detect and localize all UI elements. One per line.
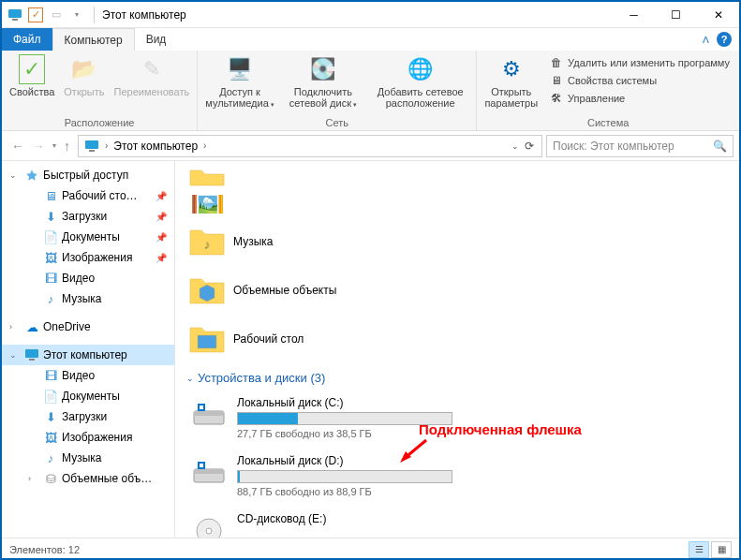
chevron-down-icon[interactable]: ⌄ [9, 170, 21, 180]
sidebar-quick-item[interactable]: 🖼Изображения📌 [2, 247, 174, 268]
pc-icon [84, 140, 99, 153]
chevron-right-icon[interactable]: › [9, 322, 21, 332]
downloads-icon: ⬇ [43, 209, 58, 224]
sidebar-quick-item[interactable]: ⬇Загрузки📌 [2, 206, 174, 227]
sidebar-quick-item[interactable]: 🖥Рабочий сто…📌 [2, 185, 174, 206]
downloads-icon: ⬇ [43, 409, 58, 424]
sidebar-thispc-item[interactable]: ⬇Загрузки [2, 406, 174, 427]
svg-rect-2 [85, 140, 98, 149]
search-icon: 🔍 [713, 140, 727, 153]
sidebar-quick-item[interactable]: 📄Документы📌 [2, 227, 174, 247]
folder-music[interactable]: ♪ Музыка [185, 219, 456, 264]
svg-point-18 [206, 528, 212, 534]
nav-up-button[interactable]: ↑ [64, 139, 70, 154]
folder-item[interactable] [185, 167, 456, 189]
qat-dropdown-icon[interactable]: ▾ [69, 7, 84, 22]
desktop-icon: 🖥 [43, 188, 58, 203]
nav-recent-button[interactable]: ▾ [52, 141, 56, 150]
collapse-ribbon-icon[interactable]: ᐱ [703, 35, 709, 45]
view-icons-button[interactable]: ▦ [711, 541, 732, 558]
sidebar-thispc-item[interactable]: 🖼Изображения [2, 427, 174, 448]
chevron-right-icon[interactable]: › [201, 140, 208, 151]
map-drive-button[interactable]: 💽 Подключить сетевой диск▾ [280, 52, 366, 111]
sidebar-thispc-item[interactable]: 📄Документы [2, 386, 174, 406]
sidebar-onedrive[interactable]: › ☁ OneDrive [2, 317, 174, 337]
video-icon: 🎞 [43, 271, 58, 286]
breadcrumb-dropdown-icon[interactable]: ⌄ [511, 141, 519, 151]
system-properties-button[interactable]: 🖥Свойства системы [545, 72, 734, 89]
rename-button[interactable]: ✎ Переименовать [111, 52, 194, 99]
chevron-down-icon: ⌄ [186, 374, 194, 383]
pictures-icon: 🖼 [43, 430, 58, 445]
drive-item[interactable]: Локальный диск (D:)88,7 ГБ свободно из 8… [185, 449, 456, 503]
chevron-right-icon[interactable]: › [103, 140, 110, 151]
drive-icon [188, 512, 230, 538]
drive-icon [188, 396, 230, 434]
music-icon: ♪ [43, 450, 58, 465]
pin-icon: 📌 [156, 191, 167, 201]
sidebar-quick-access[interactable]: ⌄ Быстрый доступ [2, 165, 174, 185]
svg-rect-10 [194, 411, 224, 416]
documents-icon: 📄 [43, 229, 58, 244]
tab-computer[interactable]: Компьютер [52, 28, 135, 51]
search-input[interactable]: Поиск: Этот компьютер 🔍 [546, 135, 734, 157]
nav-back-button[interactable]: ← [11, 139, 24, 154]
titlebar: ✓ ▭ ▾ Этот компьютер ─ ☐ ✕ [2, 2, 739, 28]
refresh-icon[interactable]: ⟳ [525, 140, 534, 153]
quick-access-toolbar: ✓ ▭ ▾ [2, 7, 90, 22]
pc-icon [7, 7, 22, 22]
documents-icon: 📄 [43, 389, 58, 404]
drive-item[interactable]: CD-дисковод (E:) [185, 507, 456, 538]
svg-rect-0 [8, 9, 22, 18]
music-icon: ♪ [43, 291, 58, 306]
folder-desktop[interactable]: Рабочий стол [185, 317, 456, 361]
address-bar: ← → ▾ ↑ › Этот компьютер › ⌄ ⟳ Поиск: Эт… [2, 131, 739, 161]
pc-icon [24, 347, 39, 362]
sidebar-quick-item[interactable]: ♪Музыка [2, 288, 174, 309]
sidebar-thispc-item[interactable]: 🎞Видео [2, 365, 174, 386]
close-button[interactable]: ✕ [697, 2, 739, 28]
ribbon: ✓ Свойства 📂 Открыть ✎ Переименовать Рас… [2, 51, 739, 131]
chevron-down-icon[interactable]: ⌄ [9, 350, 21, 360]
add-network-location-button[interactable]: 🌐 Добавить сетевое расположение [368, 52, 472, 111]
sidebar-thispc-item[interactable]: ›⛁Объемные объ… [2, 468, 174, 489]
open-settings-button[interactable]: ⚙ Открыть параметры [481, 52, 541, 111]
content-pane: 🖼️ ♪ Музыка Объемные объекты Рабочий сто… [175, 161, 739, 538]
drive-icon [188, 454, 230, 492]
svg-rect-16 [200, 464, 203, 467]
uninstall-program-button[interactable]: 🗑Удалить или изменить программу [545, 54, 734, 71]
window-title: Этот компьютер [102, 8, 186, 22]
pin-icon: 📌 [156, 253, 167, 263]
pictures-folder-icon: 🖼️ [188, 195, 226, 214]
cloud-icon: ☁ [24, 319, 39, 334]
svg-rect-14 [194, 469, 224, 474]
tab-view[interactable]: Вид [135, 28, 178, 51]
breadcrumb[interactable]: › Этот компьютер › ⌄ ⟳ [78, 135, 542, 157]
properties-button[interactable]: ✓ Свойства [6, 52, 58, 99]
new-folder-icon[interactable]: ▭ [49, 7, 64, 22]
open-button[interactable]: 📂 Открыть [60, 52, 108, 99]
svg-rect-1 [12, 19, 18, 21]
pictures-icon: 🖼 [43, 250, 58, 265]
nav-forward-button[interactable]: → [32, 139, 45, 154]
minimize-button[interactable]: ─ [613, 2, 655, 28]
svg-text:♪: ♪ [204, 237, 211, 252]
help-icon[interactable]: ? [717, 32, 732, 47]
video-icon: 🎞 [43, 368, 58, 383]
svg-rect-12 [200, 405, 203, 409]
sidebar-thispc-item[interactable]: ♪Музыка [2, 448, 174, 468]
manage-button[interactable]: 🛠Управление [545, 90, 734, 107]
sidebar-this-pc[interactable]: ⌄ Этот компьютер [2, 345, 174, 365]
folder-3d-objects[interactable]: Объемные объекты [185, 268, 456, 313]
breadcrumb-root[interactable]: Этот компьютер [110, 140, 201, 153]
sidebar-quick-item[interactable]: 🎞Видео [2, 268, 174, 288]
drive-item[interactable]: Локальный диск (C:)27,7 ГБ свободно из 3… [185, 391, 456, 445]
tab-file[interactable]: Файл [2, 28, 52, 51]
checkbox-icon[interactable]: ✓ [28, 7, 43, 22]
folder-item[interactable]: 🖼️ [185, 193, 456, 215]
storage-bar [237, 412, 452, 425]
section-drives[interactable]: ⌄ Устройства и диски (3) [183, 363, 732, 389]
view-details-button[interactable]: ☰ [689, 541, 709, 558]
maximize-button[interactable]: ☐ [655, 2, 697, 28]
media-access-button[interactable]: 🖥️ Доступ к мультимедиа▾ [201, 52, 278, 111]
